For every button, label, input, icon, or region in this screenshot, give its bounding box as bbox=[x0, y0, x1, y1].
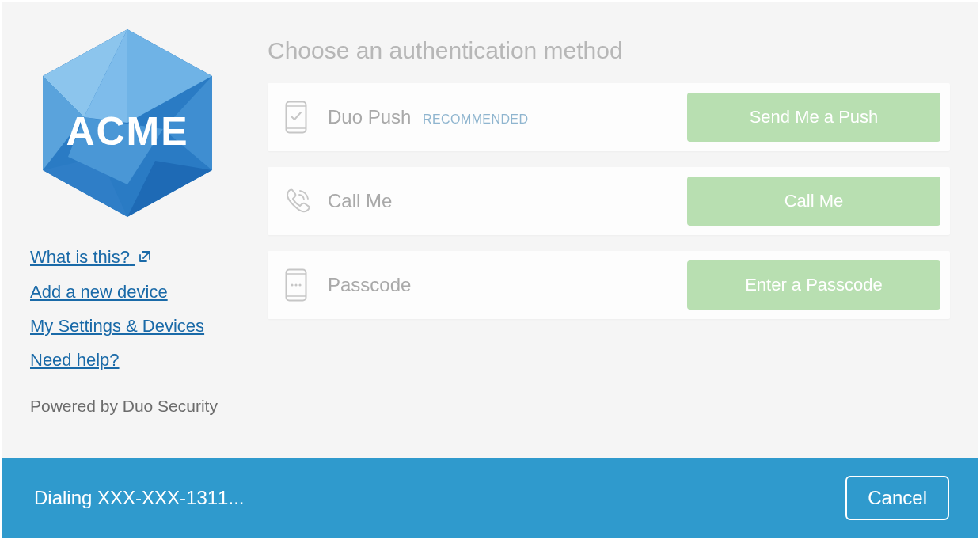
powered-by-text: Powered by Duo Security bbox=[30, 397, 236, 416]
external-link-icon bbox=[138, 245, 152, 271]
phone-check-icon bbox=[280, 99, 312, 135]
passcode-label-text: Passcode bbox=[328, 274, 687, 296]
sidebar: ACME What is this? Add a new device My S… bbox=[30, 26, 260, 451]
auth-prompt-frame: ACME What is this? Add a new device My S… bbox=[2, 2, 978, 538]
push-label-text: Duo Push bbox=[328, 106, 411, 127]
enter-passcode-button[interactable]: Enter a Passcode bbox=[687, 260, 940, 310]
link-label: What is this? bbox=[30, 247, 130, 267]
add-device-link[interactable]: Add a new device bbox=[30, 279, 236, 305]
settings-devices-link[interactable]: My Settings & Devices bbox=[30, 313, 236, 339]
send-push-button[interactable]: Send Me a Push bbox=[687, 93, 940, 142]
hexagon-logo-icon: ACME bbox=[36, 26, 218, 220]
phone-call-icon bbox=[280, 183, 312, 219]
method-label: Duo Push RECOMMENDED bbox=[328, 106, 687, 128]
phone-passcode-icon bbox=[280, 267, 312, 303]
call-me-button[interactable]: Call Me bbox=[687, 177, 940, 226]
status-bar: Dialing XXX-XXX-1311... Cancel bbox=[2, 458, 978, 538]
brand-logo: ACME bbox=[30, 26, 224, 220]
what-is-this-link[interactable]: What is this? bbox=[30, 244, 236, 271]
method-row-call: Call Me Call Me bbox=[268, 167, 950, 235]
sidebar-links: What is this? Add a new device My Settin… bbox=[30, 244, 236, 373]
status-text: Dialing XXX-XXX-1311... bbox=[34, 487, 244, 509]
need-help-link[interactable]: Need help? bbox=[30, 347, 236, 373]
recommended-badge: RECOMMENDED bbox=[423, 112, 528, 126]
svg-point-17 bbox=[294, 283, 297, 286]
svg-point-16 bbox=[291, 283, 293, 286]
call-label-text: Call Me bbox=[328, 190, 687, 212]
method-row-push: Duo Push RECOMMENDED Send Me a Push bbox=[268, 83, 950, 151]
auth-heading: Choose an authentication method bbox=[268, 37, 950, 64]
method-row-passcode: Passcode Enter a Passcode bbox=[268, 251, 950, 319]
content-area: ACME What is this? Add a new device My S… bbox=[2, 2, 978, 458]
logo-text: ACME bbox=[66, 109, 188, 154]
main-panel: Choose an authentication method Duo Push… bbox=[260, 26, 950, 451]
cancel-button[interactable]: Cancel bbox=[845, 476, 949, 520]
svg-point-18 bbox=[298, 283, 301, 286]
